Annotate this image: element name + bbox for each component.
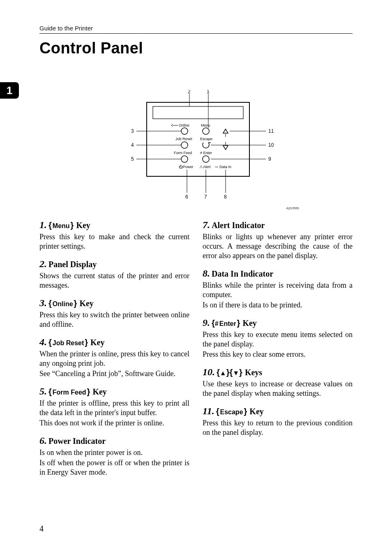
svg-rect-0 <box>147 102 249 176</box>
item-4-job-reset-key: 4. {Job Reset} Key When the printer is o… <box>39 337 189 379</box>
diagram-label-online: Online <box>179 123 189 127</box>
svg-marker-5 <box>223 129 228 133</box>
svg-point-4 <box>203 128 209 134</box>
diagram-code: AQV250S <box>39 207 299 210</box>
callout-9: 9 <box>268 156 271 162</box>
item-1-menu-key: 1. {Menu} Key Press this key to make and… <box>39 219 189 251</box>
svg-point-11 <box>181 156 188 162</box>
svg-point-12 <box>203 156 209 162</box>
svg-text:⏻: ⏻ <box>179 165 183 169</box>
svg-point-7 <box>181 142 188 148</box>
callout-7: 7 <box>204 194 207 200</box>
diagram-label-alert: Alert <box>203 165 211 169</box>
page-number: 4 <box>39 524 44 533</box>
callout-1: 1 <box>207 90 210 95</box>
diagram-label-enter: # Enter <box>200 151 212 155</box>
diagram-label-menu: Menu <box>201 123 210 127</box>
svg-point-3 <box>181 128 188 134</box>
item-11-escape-key: 11. {Escape} Key Press this key to retur… <box>203 406 353 437</box>
callout-6: 6 <box>185 194 188 200</box>
callout-3: 3 <box>131 128 134 134</box>
diagram-label-escape: Escape <box>200 137 212 141</box>
callout-5: 5 <box>131 156 134 162</box>
svg-text:⇨: ⇨ <box>215 165 218 169</box>
chapter-tab: 1 <box>0 82 19 99</box>
item-10-arrow-keys: 10. {▲}{▼} Keys Use these keys to increa… <box>203 367 353 398</box>
item-8-data-in-indicator: 8. Data In Indicator Blinks while the pr… <box>203 268 353 310</box>
svg-rect-1 <box>153 106 243 119</box>
content-columns: 1. {Menu} Key Press this key to make and… <box>39 219 353 477</box>
callout-10: 10 <box>268 142 274 148</box>
page: Guide to the Printer Control Panel 1 Onl… <box>0 0 392 554</box>
item-2-panel-display: 2. Panel Display Shows the current statu… <box>39 259 189 290</box>
item-3-online-key: 3. {Online} Key Press this key to switch… <box>39 298 189 329</box>
diagram-label-datain: Data In <box>219 165 231 169</box>
diagram-label-formfeed: Form Feed <box>174 151 192 155</box>
svg-marker-10 <box>223 145 228 150</box>
callout-2: 2 <box>188 90 191 95</box>
diagram-label-power: Power <box>183 165 194 169</box>
item-5-form-feed-key: 5. {Form Feed} Key If the printer is off… <box>39 386 189 428</box>
svg-text:⚠: ⚠ <box>199 165 203 169</box>
item-7-alert-indicator: 7. Alert Indicator Blinks or lights up w… <box>203 219 353 261</box>
callout-4: 4 <box>131 142 134 148</box>
page-title: Control Panel <box>39 39 353 57</box>
callout-8: 8 <box>224 194 227 200</box>
control-panel-diagram: Online Menu Job Reset Escape Form Feed #… <box>39 90 353 210</box>
item-9-enter-key: 9. {# Enter} Key Press this key to execu… <box>203 317 353 359</box>
item-6-power-indicator: 6. Power Indicator Is on when the printe… <box>39 435 189 477</box>
diagram-label-jobreset: Job Reset <box>175 137 192 141</box>
callout-11: 11 <box>268 128 274 134</box>
running-header: Guide to the Printer <box>39 25 353 34</box>
